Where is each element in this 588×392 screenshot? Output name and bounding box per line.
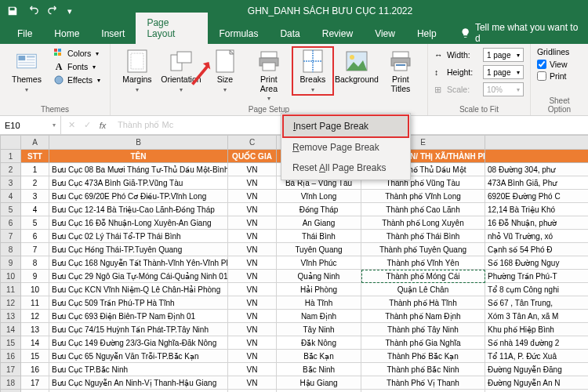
row-header[interactable]: 12: [1, 296, 21, 310]
cell[interactable]: Bưu Cục 168 Nguyễn Tất Thành-Vĩnh Yên-Vĩ…: [49, 256, 228, 270]
tab-page-layout[interactable]: Page Layout: [136, 13, 208, 44]
cell[interactable]: nhỏ Vũ Trường, xó: [485, 230, 589, 243]
fonts-button[interactable]: AFonts▾: [50, 60, 103, 73]
size-button[interactable]: Size▾: [205, 47, 245, 95]
cell[interactable]: Hậu Giang: [277, 376, 361, 390]
cell[interactable]: VN: [228, 270, 277, 283]
cell[interactable]: Bưu Cục Hồng Thái-TP.Tuyên Quang: [49, 243, 228, 256]
tab-data[interactable]: Data: [269, 24, 310, 44]
row-header[interactable]: 18: [1, 376, 21, 390]
row-header[interactable]: 5: [1, 203, 21, 216]
scale-height-select[interactable]: 1 page▾: [483, 65, 524, 79]
tab-formulas[interactable]: Formulas: [208, 24, 269, 44]
cell[interactable]: Vĩnh Phúc: [277, 256, 361, 270]
cell[interactable]: 18: [21, 390, 49, 393]
cell[interactable]: Thành phố Bắc Ninh: [361, 363, 485, 376]
cell[interactable]: Nam Định: [277, 310, 361, 323]
cell[interactable]: VN: [228, 256, 277, 270]
cell[interactable]: 7: [21, 243, 49, 256]
cell[interactable]: Số 67 , Tân Trung,: [485, 296, 589, 310]
cell[interactable]: Quảng Ninh: [277, 270, 361, 283]
cell[interactable]: Bưu Cục 473A Bình Giã-TP.Vũng Tàu: [49, 176, 228, 190]
margins-button[interactable]: Margins▾: [117, 47, 158, 95]
row-header[interactable]: 16: [1, 350, 21, 363]
cell[interactable]: 473A Bình Giã, Phư: [485, 176, 589, 190]
cell[interactable]: VN: [228, 323, 277, 336]
fx-icon[interactable]: fx: [96, 121, 110, 130]
cell[interactable]: 4: [21, 203, 49, 216]
cell[interactable]: Xóm 3 Tân An, xã M: [485, 310, 589, 323]
cell[interactable]: Tây Ninh: [277, 323, 361, 336]
col-header[interactable]: B: [49, 136, 228, 150]
insert-page-break-item[interactable]: Insert Page Break: [283, 115, 408, 137]
cell[interactable]: VN: [228, 163, 277, 176]
col-header[interactable]: C: [228, 136, 277, 150]
cell[interactable]: VN: [228, 296, 277, 310]
cell[interactable]: VN: [228, 230, 277, 243]
cell[interactable]: Trà Vinh: [277, 390, 361, 393]
cell[interactable]: Thành phố Tây Ninh: [361, 323, 485, 336]
cell[interactable]: Thành phố Thái Bình: [361, 230, 485, 243]
cell[interactable]: VN: [228, 350, 277, 363]
tab-review[interactable]: Review: [311, 24, 364, 44]
breaks-button[interactable]: Breaks▾: [292, 47, 333, 95]
cell[interactable]: Bưu Cục 139 Võ Lũ Hớt-TP. Trà Vinh: [49, 390, 228, 393]
cell[interactable]: VN: [228, 376, 277, 390]
cell[interactable]: Bưu Cục 16 Đỗ Nhuận-Long Xuyên-An Giang: [49, 216, 228, 230]
cell[interactable]: VN: [228, 310, 277, 323]
print-titles-button[interactable]: Print Titles: [380, 47, 421, 95]
cell[interactable]: VN: [228, 363, 277, 376]
row-header[interactable]: 15: [1, 336, 21, 350]
row-header[interactable]: 14: [1, 323, 21, 336]
cell[interactable]: Bưu Cục TP.Bắc Ninh: [49, 363, 228, 376]
cell[interactable]: Đường Nguyễn Đăng: [485, 363, 589, 376]
accept-formula-icon[interactable]: ✓: [80, 120, 94, 130]
cell[interactable]: Quận Lê Chân: [361, 283, 485, 296]
cell[interactable]: VN: [228, 176, 277, 190]
row-header[interactable]: 1: [1, 150, 21, 163]
cell[interactable]: 16 Đỗ Nhuận, phườ: [485, 216, 589, 230]
cell[interactable]: Bưu Cục 29 Ngô Gia Tự-Móng Cái-Quảng Nin…: [49, 270, 228, 283]
cancel-formula-icon[interactable]: ✕: [64, 120, 78, 130]
cell[interactable]: Tuyên Quang: [277, 243, 361, 256]
cell[interactable]: Phường Trần Phú-T: [485, 270, 589, 283]
col-header[interactable]: A: [21, 136, 49, 150]
cell[interactable]: 15: [21, 350, 49, 363]
cell[interactable]: Tổ 8 cụm Công nghi: [485, 283, 589, 296]
colors-button[interactable]: Colors▾: [50, 47, 103, 60]
cell[interactable]: Bưu Cục KCN Vĩnh Niệm-Q Lê Chân-Hải Phòn…: [49, 283, 228, 296]
cell[interactable]: Vĩnh Long: [277, 190, 361, 203]
col-header[interactable]: [485, 136, 589, 150]
reset-all-page-breaks-item[interactable]: Reset All Page Breaks: [283, 158, 408, 178]
cell[interactable]: VN: [228, 283, 277, 296]
tab-view[interactable]: View: [364, 24, 406, 44]
tab-insert[interactable]: Insert: [90, 24, 136, 44]
cell[interactable]: Bưu Cục 12-14 Bà Triệu-Cao Lãnh-Đồng Thá…: [49, 203, 228, 216]
cell[interactable]: 5: [21, 216, 49, 230]
cell[interactable]: Thành phố Long Xuyên: [361, 216, 485, 230]
cell[interactable]: Bưu Cục 08 Ba Mươi Tháng Tư-Thủ Dầu Một-…: [49, 163, 228, 176]
gridlines-view-checkbox[interactable]: View: [537, 59, 568, 70]
cell[interactable]: 8: [21, 256, 49, 270]
cell[interactable]: Thành phố Gia Nghĩa: [361, 336, 485, 350]
cell[interactable]: 139 Lê Lợi, Khóm 4: [485, 390, 589, 393]
cell[interactable]: 1: [21, 163, 49, 176]
row-header[interactable]: 4: [1, 190, 21, 203]
cell[interactable]: Bắc Kạn: [277, 350, 361, 363]
cell[interactable]: VN: [228, 190, 277, 203]
tell-me-search[interactable]: Tell me what you want to d: [452, 22, 588, 44]
cell[interactable]: Thành phố Trà Vinh: [361, 390, 485, 393]
cell[interactable]: 12,14 Bà Triệu Khó: [485, 203, 589, 216]
undo-icon[interactable]: [24, 2, 42, 20]
cell[interactable]: Bưu Cục 65 Nguyễn Văn Trỗi-TP.Bắc Kạn: [49, 350, 228, 363]
cell[interactable]: 14: [21, 336, 49, 350]
print-area-button[interactable]: Print Area▾: [249, 47, 289, 103]
cell[interactable]: 16: [21, 363, 49, 376]
orientation-button[interactable]: Orientation▾: [161, 47, 201, 95]
cell[interactable]: 6920E Đường Phó C: [485, 190, 589, 203]
cell[interactable]: Đắk Nông: [277, 336, 361, 350]
cell[interactable]: Số nhà 149 đường 2: [485, 336, 589, 350]
cell[interactable]: 9: [21, 270, 49, 283]
background-button[interactable]: Background: [336, 47, 377, 86]
row-header[interactable]: 17: [1, 363, 21, 376]
